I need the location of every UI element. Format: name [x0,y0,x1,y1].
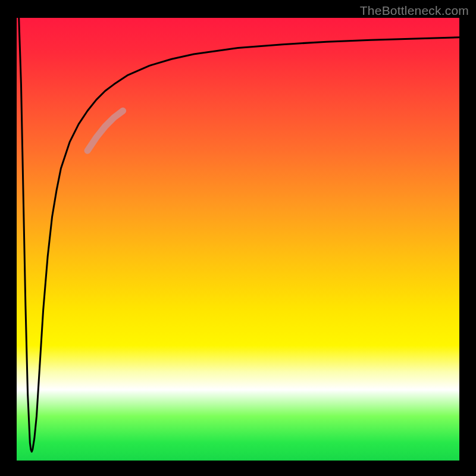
highlight-segment [87,111,123,151]
chart-svg [17,18,459,461]
attribution-label: TheBottleneck.com [360,4,469,18]
curve-line [19,18,459,452]
plot-area [17,18,459,461]
chart-frame: TheBottleneck.com [0,0,476,476]
